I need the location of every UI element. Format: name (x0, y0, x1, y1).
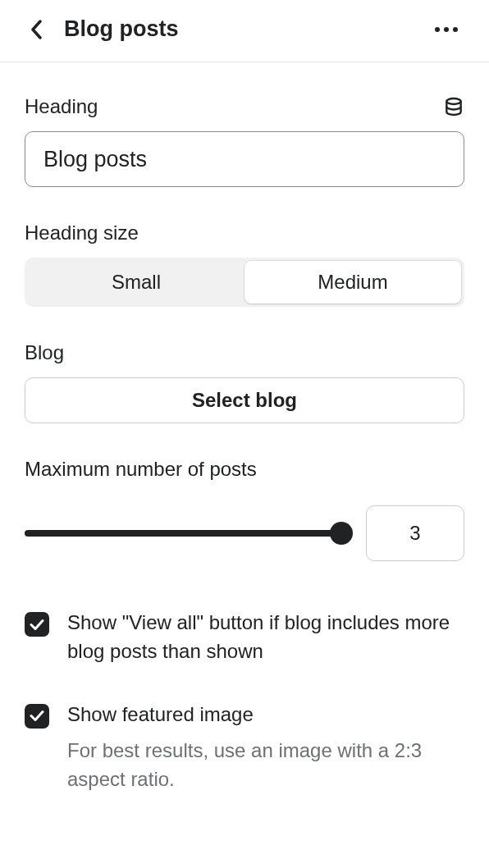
heading-size-option-medium[interactable]: Medium (244, 261, 461, 304)
more-actions-button[interactable] (428, 21, 464, 39)
panel-content: Heading Heading size Small Medium Blog S… (0, 62, 489, 794)
page-title: Blog posts (64, 16, 179, 42)
show-featured-image-label: Show featured image (67, 701, 464, 729)
heading-label: Heading (25, 95, 98, 118)
max-posts-value[interactable]: 3 (366, 505, 464, 561)
slider-thumb[interactable] (330, 522, 353, 545)
max-posts-label: Maximum number of posts (25, 458, 464, 481)
back-button[interactable] (25, 18, 48, 41)
header-left: Blog posts (25, 16, 179, 42)
heading-size-segmented: Small Medium (25, 258, 464, 307)
dot-icon (453, 27, 458, 32)
slider-track (25, 530, 341, 537)
chevron-left-icon (30, 20, 42, 39)
show-view-all-label: Show "View all" button if blog includes … (67, 609, 464, 666)
heading-label-row: Heading (25, 95, 464, 118)
max-posts-slider[interactable] (25, 521, 341, 546)
blog-label: Blog (25, 341, 464, 364)
show-view-all-row: Show "View all" button if blog includes … (25, 609, 464, 666)
select-blog-button[interactable]: Select blog (25, 377, 464, 423)
svg-point-0 (446, 98, 460, 104)
dot-icon (435, 27, 440, 32)
show-featured-image-checkbox[interactable] (25, 704, 49, 729)
heading-size-section: Heading size Small Medium (25, 222, 464, 307)
dot-icon (444, 27, 449, 32)
show-featured-image-helper: For best results, use an image with a 2:… (67, 737, 464, 794)
blog-section: Blog Select blog (25, 341, 464, 423)
panel-header: Blog posts (0, 0, 489, 62)
max-posts-control: 3 (25, 505, 464, 561)
check-icon (30, 619, 44, 631)
show-view-all-checkbox[interactable] (25, 612, 49, 637)
max-posts-section: Maximum number of posts 3 (25, 458, 464, 561)
show-featured-image-text: Show featured image For best results, us… (67, 701, 464, 794)
heading-section: Heading (25, 95, 464, 187)
heading-size-option-small[interactable]: Small (28, 261, 244, 304)
dynamic-source-icon[interactable] (443, 96, 464, 117)
heading-size-label: Heading size (25, 222, 464, 244)
check-icon (30, 710, 44, 722)
heading-input[interactable] (25, 131, 464, 187)
show-featured-image-row: Show featured image For best results, us… (25, 701, 464, 794)
